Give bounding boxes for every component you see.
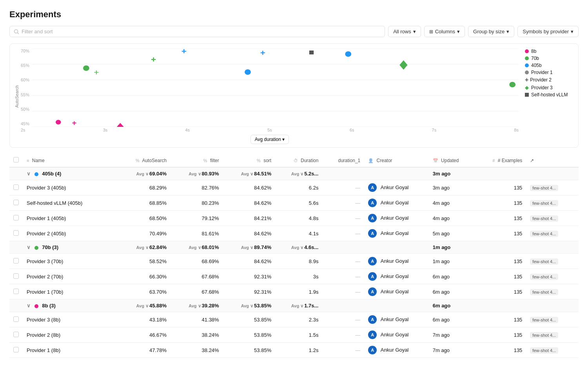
- th-sort[interactable]: % sort: [223, 154, 276, 167]
- row-tag: few-shot 4...: [526, 269, 579, 284]
- row-name: Provider 1 (70b): [23, 284, 108, 300]
- row-check-cell[interactable]: [9, 226, 23, 241]
- row-updated: 4m ago: [429, 211, 476, 226]
- legend-provider2-label: Provider 2: [530, 77, 552, 83]
- row-tag: few-shot 4...: [526, 343, 579, 358]
- legend-provider1-dot: [525, 70, 529, 74]
- th-name[interactable]: ≡ Name: [23, 154, 108, 167]
- x-label-8s: 8s: [514, 128, 519, 132]
- group-chevron-icon[interactable]: ∨: [27, 244, 31, 250]
- header-checkbox[interactable]: [13, 157, 19, 163]
- row-checkbox[interactable]: [13, 347, 19, 352]
- row-sort: 92.31%: [223, 284, 276, 300]
- creator-name: Ankur Goyal: [381, 273, 409, 279]
- group-label: 8b (3): [42, 303, 56, 309]
- group-name-cell[interactable]: ∨ 8b (3): [23, 300, 108, 312]
- group-filter: Avg ∨39.28%: [171, 300, 223, 312]
- symbols-by-provider-button[interactable]: Symbols by provider ▾: [517, 26, 579, 37]
- row-check-cell[interactable]: [9, 343, 23, 358]
- row-checkbox[interactable]: [13, 215, 19, 220]
- row-tag: few-shot 4...: [526, 211, 579, 226]
- row-duration1: —: [322, 226, 364, 241]
- page-title: Experiments: [9, 9, 579, 20]
- filter-input[interactable]: Filter and sort: [9, 26, 385, 37]
- th-creator[interactable]: 👤 Creator: [364, 154, 429, 167]
- group-duration1: [322, 300, 364, 312]
- group-name-cell[interactable]: ∨ 70b (3): [23, 241, 108, 254]
- row-tag: few-shot 4...: [526, 254, 579, 269]
- row-duration1: —: [322, 211, 364, 226]
- svg-text:+: +: [151, 55, 156, 64]
- row-check-cell[interactable]: [9, 269, 23, 284]
- th-duration1[interactable]: duration_1: [322, 154, 364, 167]
- row-check-cell[interactable]: [9, 284, 23, 300]
- group-filter: Avg ∨80.93%: [171, 167, 223, 180]
- row-check-cell[interactable]: [9, 312, 23, 327]
- chevron-down-icon: ▾: [282, 137, 285, 142]
- y-label-55: 55%: [21, 92, 29, 97]
- table-row: Provider 2 (70b) 66.30% 67.68% 92.31% 3s…: [9, 269, 579, 284]
- row-duration: 1.5s: [275, 327, 322, 343]
- row-duration1: —: [322, 195, 364, 211]
- row-check-cell[interactable]: [9, 254, 23, 269]
- avg-duration-button[interactable]: Avg duration ▾: [250, 135, 289, 144]
- row-creator: A Ankur Goyal: [364, 226, 429, 241]
- group-duration1: [322, 167, 364, 180]
- group-name-cell[interactable]: ∨ 405b (4): [23, 167, 108, 180]
- row-checkbox[interactable]: [13, 200, 19, 205]
- th-filter[interactable]: % filter: [171, 154, 223, 167]
- group-filter: Avg ∨68.01%: [171, 241, 223, 254]
- row-check-cell[interactable]: [9, 327, 23, 343]
- legend-provider3-label: Provider 3: [531, 85, 553, 90]
- group-by-size-button[interactable]: Group by size ▾: [468, 26, 514, 37]
- row-name: Provider 2 (405b): [23, 226, 108, 241]
- row-check-cell[interactable]: [9, 195, 23, 211]
- th-check[interactable]: [9, 154, 23, 167]
- group-autosearch: Avg ∨69.04%: [108, 167, 171, 180]
- chart-inner: 70% 65% 60% 55% 50% 45%: [21, 49, 519, 144]
- row-checkbox[interactable]: [13, 258, 19, 264]
- table-row: Provider 1 (8b) 47.78% 38.24% 53.85% 1.2…: [9, 343, 579, 358]
- svg-marker-20: [399, 60, 407, 70]
- th-duration[interactable]: ⏱ Duration: [275, 154, 322, 167]
- th-tag[interactable]: ↗: [526, 154, 579, 167]
- row-autosearch: 68.29%: [108, 180, 171, 195]
- table-header-row: ≡ Name % AutoSearch % filter % sort: [9, 154, 579, 167]
- th-examples[interactable]: # # Examples: [476, 154, 526, 167]
- row-checkbox[interactable]: [13, 332, 19, 337]
- row-checkbox[interactable]: [13, 273, 19, 279]
- creator-avatar: A: [368, 287, 377, 296]
- row-filter: 67.68%: [171, 269, 223, 284]
- row-checkbox[interactable]: [13, 289, 19, 294]
- tag-badge: few-shot 4...: [530, 332, 558, 338]
- columns-button[interactable]: ⊞ Columns ▾: [424, 26, 465, 37]
- row-autosearch: 58.52%: [108, 254, 171, 269]
- tag-badge: few-shot 4...: [530, 200, 558, 206]
- row-check-cell[interactable]: [9, 180, 23, 195]
- row-duration1: —: [322, 284, 364, 300]
- chevron-down-icon: ▾: [457, 29, 460, 34]
- group-duration: Avg ∨1.7s...: [275, 300, 322, 312]
- row-duration: 4.8s: [275, 211, 322, 226]
- th-autosearch[interactable]: % AutoSearch: [108, 154, 171, 167]
- all-rows-button[interactable]: All rows ▾: [388, 26, 421, 37]
- row-check-cell[interactable]: [9, 211, 23, 226]
- group-examples: [476, 241, 526, 254]
- legend-70b-dot: [525, 56, 529, 60]
- creator-name: Ankur Goyal: [381, 347, 409, 353]
- y-label-50: 50%: [21, 107, 29, 112]
- legend-self-hosted-square: [525, 93, 529, 97]
- legend-8b-dot: [525, 49, 529, 53]
- legend-70b-label: 70b: [531, 56, 539, 61]
- row-checkbox[interactable]: [13, 184, 19, 190]
- row-checkbox[interactable]: [13, 230, 19, 236]
- row-autosearch: 66.30%: [108, 269, 171, 284]
- group-chevron-icon[interactable]: ∨: [27, 171, 31, 177]
- row-filter: 38.24%: [171, 327, 223, 343]
- group-chevron-icon[interactable]: ∨: [27, 303, 31, 309]
- row-examples: 135: [476, 312, 526, 327]
- th-updated[interactable]: 📅 Updated: [429, 154, 476, 167]
- y-label-45: 45%: [21, 121, 29, 126]
- row-checkbox[interactable]: [13, 316, 19, 322]
- creator-avatar: A: [368, 199, 377, 207]
